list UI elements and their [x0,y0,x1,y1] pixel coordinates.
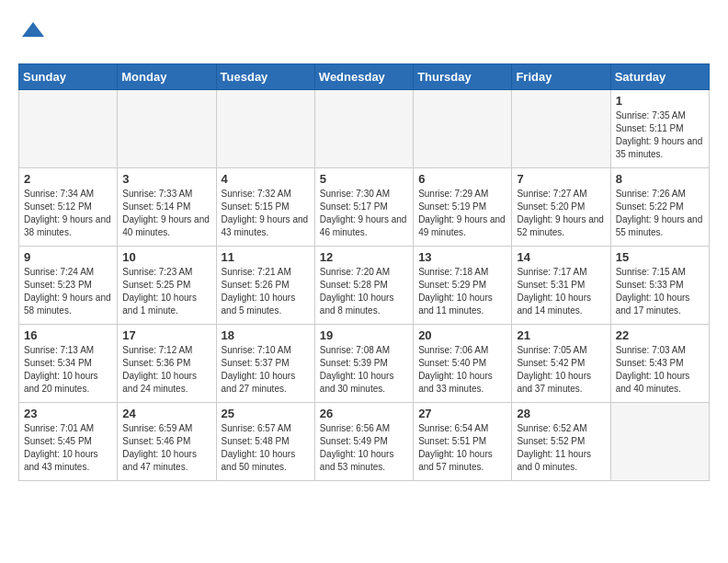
day-info: Sunrise: 7:24 AM Sunset: 5:23 PM Dayligh… [24,266,112,317]
calendar-cell: 23Sunrise: 7:01 AM Sunset: 5:45 PM Dayli… [19,403,118,481]
day-info: Sunrise: 7:08 AM Sunset: 5:39 PM Dayligh… [320,344,408,396]
calendar-header-row: SundayMondayTuesdayWednesdayThursdayFrid… [19,64,710,90]
day-info: Sunrise: 6:59 AM Sunset: 5:46 PM Dayligh… [122,422,210,474]
week-row-2: 2Sunrise: 7:34 AM Sunset: 5:12 PM Daylig… [19,168,710,247]
weekday-header-thursday: Thursday [414,64,512,90]
calendar-cell: 26Sunrise: 6:56 AM Sunset: 5:49 PM Dayli… [314,403,413,481]
calendar-cell: 1Sunrise: 7:35 AM Sunset: 5:11 PM Daylig… [610,90,709,168]
calendar-cell [414,90,512,168]
weekday-header-wednesday: Wednesday [314,64,413,90]
day-info: Sunrise: 7:12 AM Sunset: 5:36 PM Dayligh… [122,344,210,396]
day-info: Sunrise: 7:27 AM Sunset: 5:20 PM Dayligh… [517,188,605,239]
day-number: 17 [122,328,210,342]
day-number: 14 [517,250,605,264]
day-number: 26 [320,407,408,420]
week-row-4: 16Sunrise: 7:13 AM Sunset: 5:34 PM Dayli… [19,325,710,403]
calendar-cell: 5Sunrise: 7:30 AM Sunset: 5:17 PM Daylig… [314,168,413,247]
calendar-cell: 25Sunrise: 6:57 AM Sunset: 5:48 PM Dayli… [216,403,314,481]
calendar-cell: 4Sunrise: 7:32 AM Sunset: 5:15 PM Daylig… [216,168,314,247]
day-number: 27 [418,407,506,420]
day-info: Sunrise: 7:03 AM Sunset: 5:43 PM Dayligh… [616,344,704,396]
day-info: Sunrise: 6:56 AM Sunset: 5:49 PM Dayligh… [320,422,408,474]
day-number: 12 [320,250,408,264]
calendar-cell: 8Sunrise: 7:26 AM Sunset: 5:22 PM Daylig… [610,168,709,247]
week-row-3: 9Sunrise: 7:24 AM Sunset: 5:23 PM Daylig… [19,247,710,325]
day-info: Sunrise: 7:15 AM Sunset: 5:33 PM Dayligh… [616,266,704,317]
day-number: 19 [320,328,408,342]
day-number: 9 [24,250,112,264]
weekday-header-sunday: Sunday [19,64,118,90]
calendar-cell: 6Sunrise: 7:29 AM Sunset: 5:19 PM Daylig… [414,168,512,247]
weekday-header-saturday: Saturday [610,64,709,90]
day-number: 3 [122,172,210,186]
day-info: Sunrise: 7:05 AM Sunset: 5:42 PM Dayligh… [517,344,605,396]
day-number: 11 [222,250,310,264]
day-info: Sunrise: 7:29 AM Sunset: 5:19 PM Dayligh… [418,188,506,239]
day-number: 10 [122,250,210,264]
day-number: 23 [24,407,112,420]
day-number: 22 [616,328,704,342]
day-number: 8 [616,172,704,186]
weekday-header-tuesday: Tuesday [216,64,314,90]
day-info: Sunrise: 7:13 AM Sunset: 5:34 PM Dayligh… [24,344,112,396]
day-number: 21 [517,328,605,342]
day-info: Sunrise: 7:01 AM Sunset: 5:45 PM Dayligh… [24,422,112,474]
day-number: 28 [517,407,605,420]
page-header [18,18,710,49]
day-info: Sunrise: 7:26 AM Sunset: 5:22 PM Dayligh… [616,188,704,239]
day-number: 13 [418,250,506,264]
day-number: 5 [320,172,408,186]
calendar-cell: 28Sunrise: 6:52 AM Sunset: 5:52 PM Dayli… [512,403,610,481]
calendar-cell: 7Sunrise: 7:27 AM Sunset: 5:20 PM Daylig… [512,168,610,247]
day-info: Sunrise: 6:54 AM Sunset: 5:51 PM Dayligh… [418,422,506,474]
calendar-cell: 21Sunrise: 7:05 AM Sunset: 5:42 PM Dayli… [512,325,610,403]
day-info: Sunrise: 7:35 AM Sunset: 5:11 PM Dayligh… [616,109,704,161]
day-number: 6 [418,172,506,186]
calendar-table: SundayMondayTuesdayWednesdayThursdayFrid… [18,63,710,481]
day-number: 4 [222,172,310,186]
calendar-cell [512,90,610,168]
calendar-cell [314,90,413,168]
calendar-cell: 11Sunrise: 7:21 AM Sunset: 5:26 PM Dayli… [216,247,314,325]
calendar-cell: 3Sunrise: 7:33 AM Sunset: 5:14 PM Daylig… [118,168,216,247]
day-number: 15 [616,250,704,264]
day-number: 16 [24,328,112,342]
calendar-cell [216,90,314,168]
calendar-cell: 22Sunrise: 7:03 AM Sunset: 5:43 PM Dayli… [610,325,709,403]
calendar-cell: 19Sunrise: 7:08 AM Sunset: 5:39 PM Dayli… [314,325,413,403]
calendar-cell: 14Sunrise: 7:17 AM Sunset: 5:31 PM Dayli… [512,247,610,325]
day-number: 2 [24,172,112,186]
weekday-header-friday: Friday [512,64,610,90]
week-row-5: 23Sunrise: 7:01 AM Sunset: 5:45 PM Dayli… [19,403,710,481]
day-info: Sunrise: 7:34 AM Sunset: 5:12 PM Dayligh… [24,188,112,239]
calendar-cell: 17Sunrise: 7:12 AM Sunset: 5:36 PM Dayli… [118,325,216,403]
week-row-1: 1Sunrise: 7:35 AM Sunset: 5:11 PM Daylig… [19,90,710,168]
calendar-cell: 12Sunrise: 7:20 AM Sunset: 5:28 PM Dayli… [314,247,413,325]
calendar-cell: 18Sunrise: 7:10 AM Sunset: 5:37 PM Dayli… [216,325,314,403]
day-number: 18 [222,328,310,342]
day-number: 20 [418,328,506,342]
day-number: 25 [222,407,310,420]
day-info: Sunrise: 7:33 AM Sunset: 5:14 PM Dayligh… [122,188,210,239]
day-info: Sunrise: 7:10 AM Sunset: 5:37 PM Dayligh… [222,344,310,396]
day-info: Sunrise: 7:06 AM Sunset: 5:40 PM Dayligh… [418,344,506,396]
calendar-cell: 9Sunrise: 7:24 AM Sunset: 5:23 PM Daylig… [19,247,118,325]
day-info: Sunrise: 7:32 AM Sunset: 5:15 PM Dayligh… [222,188,310,239]
svg-marker-0 [22,22,44,37]
day-info: Sunrise: 7:18 AM Sunset: 5:29 PM Dayligh… [418,266,506,317]
calendar-cell: 24Sunrise: 6:59 AM Sunset: 5:46 PM Dayli… [118,403,216,481]
calendar-cell: 10Sunrise: 7:23 AM Sunset: 5:25 PM Dayli… [118,247,216,325]
calendar-cell [118,90,216,168]
day-info: Sunrise: 7:20 AM Sunset: 5:28 PM Dayligh… [320,266,408,317]
calendar-cell: 2Sunrise: 7:34 AM Sunset: 5:12 PM Daylig… [19,168,118,247]
calendar-cell [610,403,709,481]
calendar-cell [19,90,118,168]
calendar-cell: 15Sunrise: 7:15 AM Sunset: 5:33 PM Dayli… [610,247,709,325]
calendar-cell: 27Sunrise: 6:54 AM Sunset: 5:51 PM Dayli… [414,403,512,481]
day-info: Sunrise: 7:30 AM Sunset: 5:17 PM Dayligh… [320,188,408,239]
day-info: Sunrise: 6:57 AM Sunset: 5:48 PM Dayligh… [222,422,310,474]
calendar-cell: 20Sunrise: 7:06 AM Sunset: 5:40 PM Dayli… [414,325,512,403]
day-info: Sunrise: 6:52 AM Sunset: 5:52 PM Dayligh… [517,422,605,474]
day-number: 1 [616,94,704,108]
calendar-cell: 16Sunrise: 7:13 AM Sunset: 5:34 PM Dayli… [19,325,118,403]
